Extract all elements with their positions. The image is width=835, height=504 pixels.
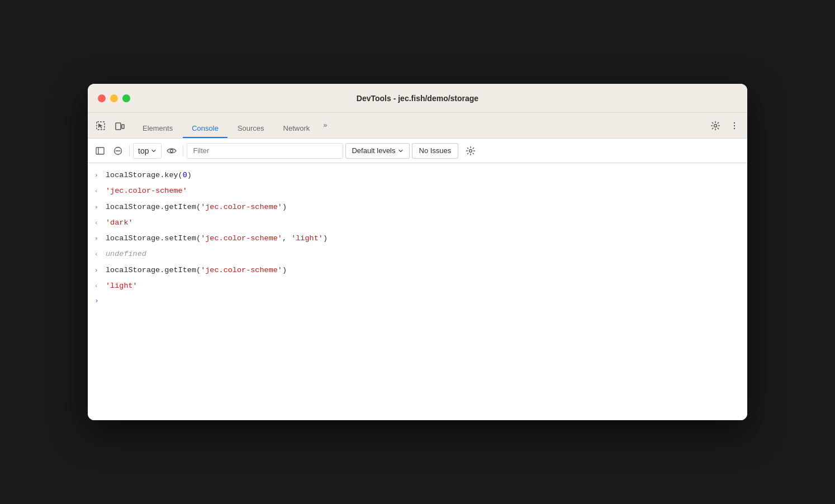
- input-arrow-1: ›: [94, 169, 101, 182]
- no-issues-button[interactable]: No Issues: [412, 143, 459, 159]
- context-selector[interactable]: top: [133, 143, 162, 159]
- more-options-button[interactable]: [726, 118, 743, 134]
- window-title: DevTools - jec.fish/demo/storage: [357, 94, 478, 103]
- tab-left-icons: [92, 118, 128, 134]
- console-line-6: ‹ undefined: [88, 246, 747, 262]
- line-8-text: 'light': [106, 279, 137, 293]
- log-levels-selector[interactable]: Default levels: [345, 143, 409, 159]
- output-arrow-6: ‹: [94, 248, 101, 260]
- svg-point-5: [734, 125, 735, 126]
- filter-input[interactable]: [187, 143, 343, 159]
- output-arrow-4: ‹: [94, 216, 101, 229]
- titlebar: DevTools - jec.fish/demo/storage: [88, 84, 747, 113]
- toolbar-divider: [129, 145, 130, 156]
- console-line-8: ‹ 'light': [88, 278, 747, 294]
- sidebar-icon: [96, 146, 105, 155]
- svg-point-4: [734, 122, 735, 123]
- device-icon: [115, 121, 125, 131]
- close-button[interactable]: [98, 94, 106, 102]
- cursor-icon: [96, 121, 106, 131]
- sidebar-toggle-button[interactable]: [92, 143, 108, 159]
- console-output: › localStorage.key(0) ‹ 'jec.color-schem…: [88, 163, 747, 420]
- tab-right-icons: [707, 118, 743, 134]
- devtools-window: DevTools - jec.fish/demo/storage Element…: [88, 84, 747, 420]
- svg-point-6: [734, 128, 735, 129]
- tabbar: Elements Console Sources Network »: [88, 113, 747, 139]
- eye-icon-button[interactable]: [164, 143, 179, 159]
- minimize-button[interactable]: [110, 94, 118, 102]
- output-arrow-8: ‹: [94, 279, 101, 292]
- input-caret: ›: [94, 296, 99, 305]
- line-5-red1: 'jec.color-scheme': [201, 234, 282, 243]
- console-gear-icon: [466, 146, 476, 156]
- tab-more[interactable]: »: [320, 116, 330, 134]
- line-7-red: 'jec.color-scheme': [201, 266, 282, 274]
- console-line-7: › localStorage.getItem('jec.color-scheme…: [88, 263, 747, 278]
- eye-icon: [167, 147, 177, 155]
- input-arrow-5: ›: [94, 232, 101, 245]
- svg-point-3: [714, 125, 717, 127]
- line-1-blue: 0: [183, 171, 187, 179]
- console-toolbar: top Default levels No Issues: [88, 139, 747, 163]
- tab-network[interactable]: Network: [274, 120, 319, 138]
- dropdown-arrow-icon: [151, 148, 156, 154]
- line-4-text: 'dark': [106, 216, 133, 230]
- kebab-icon: [729, 121, 739, 131]
- console-line-2: ‹ 'jec.color-scheme': [88, 183, 747, 199]
- clear-icon: [113, 146, 122, 155]
- console-line-4: ‹ 'dark': [88, 215, 747, 231]
- line-1-text: localStorage.key(0): [106, 169, 192, 182]
- svg-rect-7: [96, 148, 104, 154]
- gear-icon: [710, 121, 720, 131]
- input-arrow-7: ›: [94, 264, 101, 277]
- output-arrow-2: ‹: [94, 184, 101, 197]
- maximize-button[interactable]: [122, 94, 130, 102]
- clear-console-button[interactable]: [110, 143, 126, 159]
- toolbar-divider-2: [183, 145, 183, 156]
- console-line-1: › localStorage.key(0): [88, 168, 747, 183]
- line-3-red: 'jec.color-scheme': [201, 203, 282, 211]
- tab-elements[interactable]: Elements: [134, 120, 182, 138]
- device-toolbar-button[interactable]: [111, 118, 128, 134]
- tab-console[interactable]: Console: [183, 120, 227, 138]
- levels-dropdown-icon: [398, 148, 404, 154]
- console-settings-button[interactable]: [463, 143, 478, 159]
- console-line-3: › localStorage.getItem('jec.color-scheme…: [88, 199, 747, 215]
- svg-rect-2: [122, 125, 124, 129]
- line-5-text: localStorage.setItem('jec.color-scheme',…: [106, 232, 328, 245]
- svg-point-11: [170, 149, 173, 152]
- line-5-red2: 'light': [291, 234, 323, 243]
- line-6-text: undefined: [106, 248, 146, 261]
- console-line-5: › localStorage.setItem('jec.color-scheme…: [88, 231, 747, 246]
- tab-sources[interactable]: Sources: [229, 120, 273, 138]
- svg-rect-1: [116, 123, 121, 130]
- input-arrow-3: ›: [94, 201, 101, 213]
- line-3-text: localStorage.getItem('jec.color-scheme'): [106, 201, 287, 214]
- line-2-text: 'jec.color-scheme': [106, 184, 187, 198]
- line-7-text: localStorage.getItem('jec.color-scheme'): [106, 264, 287, 277]
- settings-button[interactable]: [707, 118, 724, 134]
- inspect-icon-button[interactable]: [92, 118, 109, 134]
- svg-point-12: [469, 149, 472, 152]
- window-controls: [98, 94, 130, 102]
- console-input-line[interactable]: ›: [88, 294, 747, 307]
